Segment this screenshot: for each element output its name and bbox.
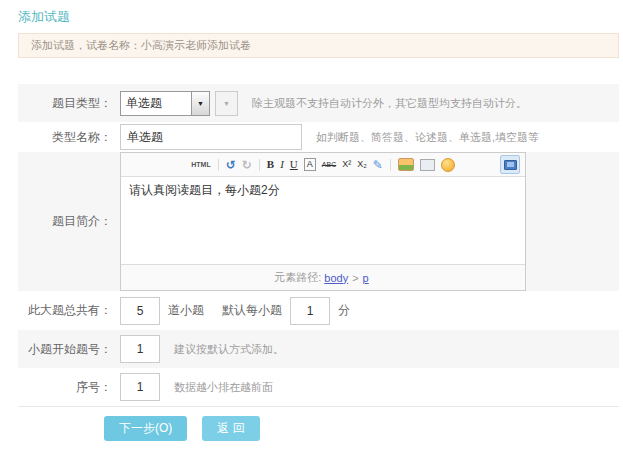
question-type-hint: 除主观题不支持自动计分外，其它题型均支持自动计分。 bbox=[252, 96, 527, 111]
rich-text-editor: HTML ↺ ↻ B I U A ABC X² X₂ ✎ bbox=[120, 152, 526, 291]
order-input[interactable] bbox=[120, 373, 160, 401]
emoticon-icon[interactable] bbox=[441, 158, 455, 172]
default-score-input[interactable] bbox=[290, 297, 330, 325]
start-number-input[interactable] bbox=[120, 335, 160, 363]
question-type-select[interactable]: 单选题 ▼ bbox=[120, 91, 210, 116]
order-label: 序号： bbox=[18, 379, 112, 396]
type-name-hint: 如判断题、简答题、论述题、单选题,填空题等 bbox=[316, 130, 539, 145]
redo-icon[interactable]: ↻ bbox=[242, 159, 252, 171]
insert-image-icon[interactable] bbox=[398, 158, 414, 171]
bold-button[interactable]: B bbox=[267, 159, 274, 170]
path-p-link[interactable]: p bbox=[363, 272, 369, 284]
fullscreen-button[interactable] bbox=[500, 155, 520, 174]
order-hint: 数据越小排在越前面 bbox=[174, 380, 273, 395]
back-button[interactable]: 返 回 bbox=[202, 416, 259, 441]
toolbar-separator bbox=[259, 159, 260, 171]
notice-bar: 添加试题，试卷名称：小高演示老师添加试卷 bbox=[18, 33, 619, 58]
subquestion-total-label: 此大题总共有： bbox=[18, 302, 112, 319]
start-number-hint: 建议按默认方式添加。 bbox=[174, 342, 284, 357]
default-score-label: 默认每小题 bbox=[222, 302, 282, 319]
notice-text: 添加试题，试卷名称：小高演示老师添加试卷 bbox=[31, 39, 251, 51]
html-source-button[interactable]: HTML bbox=[191, 161, 210, 168]
editor-content[interactable]: 请认真阅读题目，每小题2分 bbox=[121, 177, 525, 264]
font-color-button[interactable]: A bbox=[304, 158, 316, 171]
form-actions: 下一步(O) 返 回 bbox=[104, 416, 623, 441]
strikethrough-button[interactable]: ABC bbox=[322, 161, 336, 168]
subquestion-count-input[interactable] bbox=[120, 297, 160, 325]
next-step-button[interactable]: 下一步(O) bbox=[104, 416, 187, 441]
screenshot-icon[interactable] bbox=[420, 159, 435, 171]
type-name-input[interactable] bbox=[120, 124, 302, 150]
order-row: 序号： 数据越小排在越前面 bbox=[18, 368, 619, 407]
add-question-form: 题目类型： 单选题 ▼ ▼ 除主观题不支持自动计分外，其它题型均支持自动计分。 … bbox=[18, 84, 619, 407]
page-title: 添加试题 bbox=[0, 0, 623, 25]
start-number-row: 小题开始题号： 建议按默认方式添加。 bbox=[18, 330, 619, 368]
toolbar-separator bbox=[390, 159, 391, 171]
underline-button[interactable]: U bbox=[290, 159, 298, 170]
select-caret-icon: ▼ bbox=[191, 92, 209, 115]
subquestion-unit-label: 道小题 bbox=[168, 302, 204, 319]
toolbar-separator bbox=[218, 159, 219, 171]
question-intro-label: 题目简介： bbox=[18, 213, 112, 230]
question-type-row: 题目类型： 单选题 ▼ ▼ 除主观题不支持自动计分外，其它题型均支持自动计分。 bbox=[18, 84, 619, 122]
path-body-link[interactable]: body bbox=[324, 272, 348, 284]
superscript-button[interactable]: X² bbox=[342, 160, 351, 169]
question-type-value: 单选题 bbox=[121, 92, 191, 115]
italic-button[interactable]: I bbox=[280, 159, 284, 170]
subscript-button[interactable]: X₂ bbox=[357, 160, 367, 169]
format-painter-icon[interactable]: ✎ bbox=[373, 159, 383, 171]
type-name-row: 类型名称： 如判断题、简答题、论述题、单选题,填空题等 bbox=[18, 122, 619, 152]
path-separator: > bbox=[352, 272, 358, 284]
start-number-label: 小题开始题号： bbox=[18, 341, 112, 358]
secondary-dropdown-button[interactable]: ▼ bbox=[215, 91, 238, 116]
question-type-label: 题目类型： bbox=[18, 95, 112, 112]
monitor-icon bbox=[504, 160, 517, 170]
editor-toolbar: HTML ↺ ↻ B I U A ABC X² X₂ ✎ bbox=[121, 153, 525, 177]
score-unit-label: 分 bbox=[338, 302, 350, 319]
chevron-down-icon: ▼ bbox=[223, 100, 230, 107]
element-path-label: 元素路径: bbox=[274, 270, 321, 285]
undo-icon[interactable]: ↺ bbox=[226, 159, 236, 171]
type-name-label: 类型名称： bbox=[18, 129, 112, 146]
subquestion-total-row: 此大题总共有： 道小题 默认每小题 分 bbox=[18, 291, 619, 330]
question-intro-row: 题目简介： HTML ↺ ↻ B I U A ABC X² X₂ ✎ bbox=[18, 152, 619, 291]
editor-status-bar: 元素路径: body > p bbox=[121, 264, 525, 290]
